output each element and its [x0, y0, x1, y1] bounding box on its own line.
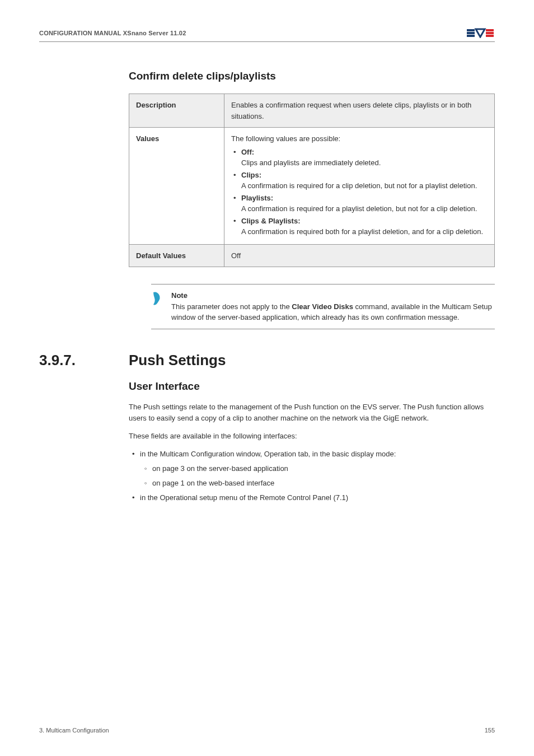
section-number: 3.9.7. — [39, 352, 106, 369]
section-title-push: Push Settings — [129, 352, 226, 369]
note-label: Note — [171, 290, 495, 301]
svg-rect-4 — [486, 32, 494, 34]
subbullet-server-app: on page 3 on the server-based applicatio… — [140, 463, 495, 474]
bullet-operational-setup: in the Operational setup menu of the Rem… — [129, 492, 495, 503]
note-bold: Clear Video Disks — [292, 302, 353, 311]
value-off-text: Clips and playlists are immediately dele… — [241, 158, 381, 167]
footer-page-number: 155 — [485, 727, 495, 734]
subheading-user-interface: User Interface — [129, 380, 495, 393]
note-body: Note This parameter does not apply to th… — [171, 290, 495, 323]
value-playlists-text: A confirmation is required for a playlis… — [241, 204, 477, 213]
value-cp-label: Clips & Playlists: — [241, 217, 300, 225]
value-clips: Clips: A confirmation is required for a … — [231, 170, 488, 192]
push-paragraph-2: These fields are available in the follow… — [129, 431, 495, 442]
svg-rect-2 — [467, 35, 475, 37]
svg-rect-5 — [486, 35, 494, 37]
push-paragraph-1: The Push settings relate to the manageme… — [129, 402, 495, 424]
value-clips-playlists: Clips & Playlists: A confirmation is req… — [231, 216, 488, 237]
evs-logo — [467, 28, 495, 38]
section-push-settings-heading: 3.9.7. Push Settings — [39, 352, 495, 369]
confirm-delete-table: Description Enables a confirmation reque… — [129, 94, 495, 267]
value-off-label: Off: — [241, 148, 254, 156]
values-intro: The following values are possible: — [231, 134, 340, 143]
row-values-cell: The following values are possible: Off: … — [224, 128, 495, 245]
row-default-value: Off — [224, 244, 495, 267]
value-clips-label: Clips: — [241, 171, 261, 179]
svg-rect-0 — [467, 29, 475, 31]
page-header: CONFIGURATION MANUAL XSnano Server 11.02 — [39, 28, 495, 42]
footer-left: 3. Multicam Configuration — [39, 727, 109, 734]
header-title: CONFIGURATION MANUAL XSnano Server 11.02 — [39, 30, 186, 36]
note-box: Note This parameter does not apply to th… — [151, 284, 495, 329]
section-title-confirm-delete: Confirm delete clips/playlists — [129, 70, 495, 82]
row-description-label: Description — [129, 94, 224, 128]
subbullet-web-interface: on page 1 on the web-based interface — [140, 478, 495, 489]
svg-rect-3 — [486, 29, 494, 31]
row-description-text: Enables a confirmation request when user… — [224, 94, 495, 128]
page-footer: 3. Multicam Configuration 155 — [39, 727, 495, 734]
svg-rect-1 — [467, 32, 475, 34]
bullet-multicam-config: in the Multicam Configuration window, Op… — [129, 449, 495, 489]
value-off: Off: Clips and playlists are immediately… — [231, 147, 488, 169]
note-text-pre: This parameter does not apply to the — [171, 302, 292, 311]
value-playlists-label: Playlists: — [241, 194, 273, 202]
row-default-label: Default Values — [129, 244, 224, 267]
note-icon — [151, 290, 165, 323]
bullet-multicam-text: in the Multicam Configuration window, Op… — [140, 450, 396, 458]
row-values-label: Values — [129, 128, 224, 245]
value-cp-text: A confirmation is required both for a pl… — [241, 227, 483, 236]
value-playlists: Playlists: A confirmation is required fo… — [231, 193, 488, 214]
value-clips-text: A confirmation is required for a clip de… — [241, 181, 477, 190]
